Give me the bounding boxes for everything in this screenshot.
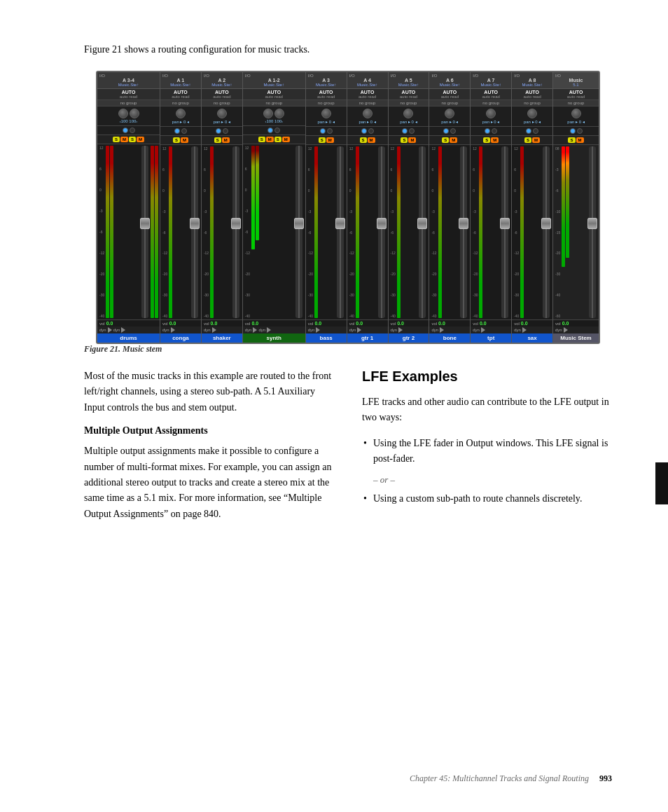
- fader-gtr2[interactable]: [419, 146, 426, 318]
- solo-stem[interactable]: S: [568, 137, 575, 143]
- solo-btn-drums[interactable]: S: [113, 137, 120, 142]
- channel-sax: I/O A 8 Music.Ste↑ AUTO auto read no gro…: [512, 72, 553, 343]
- channel-music-stem: I/O Music 5.1 AUTO auto read no group pa…: [553, 72, 599, 343]
- fader-shaker[interactable]: [232, 146, 239, 318]
- right-tab: [655, 462, 668, 504]
- mute-bass[interactable]: M: [326, 137, 334, 143]
- mute-tpt[interactable]: M: [491, 137, 499, 143]
- or-divider: – or –: [373, 474, 612, 486]
- channel-name-gtr2: gtr 2: [389, 333, 429, 343]
- mute-btn-drums[interactable]: M: [120, 137, 128, 142]
- knob-sax[interactable]: [527, 109, 537, 118]
- solo-btn-drums2[interactable]: S: [129, 137, 136, 142]
- mbar-drums-2: [110, 146, 113, 318]
- knob-bone[interactable]: [445, 109, 454, 118]
- fader-section-synth: 12 6 0 -3 -6 -12 -20 -30 -40: [243, 144, 305, 319]
- mbar-drums-1: [106, 146, 109, 318]
- channel-name-shaker: shaker: [202, 333, 242, 343]
- channel-gtr2: I/O A 5 Music.Ste↑ AUTO auto read no gro…: [389, 72, 430, 343]
- led-2-drums: [130, 128, 135, 133]
- knob-synth-r[interactable]: [274, 109, 284, 118]
- fader-section-gtr2: 12 6 0 -3 -6 -12 -20 -30 -40: [389, 145, 429, 319]
- channel-shaker: I/O A 2 Music.Ste↑ AUTO auto read no gro…: [202, 72, 243, 343]
- fader-gtr1[interactable]: [378, 146, 385, 318]
- mute-synth2[interactable]: M: [282, 137, 290, 142]
- dyn-arrow-drums2: [121, 327, 125, 333]
- fader-stem[interactable]: [589, 146, 596, 318]
- fader-tpt[interactable]: [501, 146, 508, 318]
- fader-drums[interactable]: [141, 146, 148, 318]
- solo-synth2[interactable]: S: [274, 137, 281, 142]
- bullet-list: Using the LFE fader in Output windows. T…: [362, 436, 612, 467]
- knob-drums-l[interactable]: [118, 109, 128, 118]
- knob-tpt[interactable]: [486, 109, 496, 118]
- subheading-multiple-output: Multiple Output Assignments: [84, 425, 334, 436]
- body-text-1: Most of the music tracks in this example…: [84, 369, 334, 415]
- mixer-figure: I/O A 3-4 Music.Ste↑ AUTO auto read no g…: [96, 71, 600, 344]
- knob-stem[interactable]: [571, 109, 581, 118]
- mbar-drums-3: [151, 146, 154, 318]
- channel-bass: I/O A 3 Music.Ste↑ AUTO auto read no gro…: [306, 72, 347, 343]
- fader-conga[interactable]: [191, 146, 198, 318]
- lfe-intro-text: LFE tracks and other audio can contribut…: [362, 394, 612, 426]
- mute-shaker[interactable]: M: [222, 137, 230, 143]
- mute-synth[interactable]: M: [266, 137, 274, 142]
- solo-shaker[interactable]: S: [214, 137, 221, 143]
- channel-name-sax: sax: [512, 333, 552, 343]
- channel-conga: I/O A 1 Music.Ste↑ AUTO auto read no gro…: [160, 72, 202, 343]
- intro-paragraph: Figure 21 shows a routing configuration …: [84, 42, 612, 57]
- channel-drums: I/O A 3-4 Music.Ste↑ AUTO auto read no g…: [97, 72, 160, 343]
- mute-gtr1[interactable]: M: [368, 137, 375, 143]
- solo-gtr1[interactable]: S: [360, 137, 367, 143]
- fader-sax[interactable]: [543, 146, 550, 318]
- channel-name-gtr1: gtr 1: [347, 333, 388, 343]
- channel-name-tpt: tpt: [471, 333, 511, 343]
- footer-page-number: 993: [599, 773, 612, 783]
- mute-sax[interactable]: M: [532, 137, 540, 143]
- knob-bass[interactable]: [321, 109, 331, 118]
- fader-bone[interactable]: [460, 146, 467, 318]
- knob-gtr1[interactable]: [363, 109, 373, 118]
- mixer-channels: I/O A 3-4 Music.Ste↑ AUTO auto read no g…: [97, 72, 599, 343]
- channel-name-drums: drums: [97, 333, 160, 343]
- mbar-drums-4: [155, 146, 158, 318]
- solo-synth[interactable]: S: [258, 137, 265, 142]
- channel-name-bone: bone: [429, 333, 470, 343]
- knob-drums-r[interactable]: [130, 109, 139, 118]
- solo-bone[interactable]: S: [442, 137, 449, 143]
- knob-shaker[interactable]: [217, 109, 227, 118]
- bullet-item-1: Using the LFE fader in Output windows. T…: [362, 436, 612, 467]
- two-col-layout: Most of the music tracks in this example…: [84, 369, 612, 532]
- fader-section-drums: 12 6 0 -3 -6 -12 -20 -30 -40: [97, 144, 160, 319]
- mute-btn-drums2[interactable]: M: [137, 137, 144, 142]
- knob-synth-l[interactable]: [263, 109, 273, 118]
- led-i-conga: [174, 128, 180, 134]
- fader-section-bone: 12 6 0 -3 -6 -12 -20 -30 -40: [429, 145, 470, 319]
- fader-bass[interactable]: [337, 146, 344, 318]
- knob-conga[interactable]: [176, 109, 186, 118]
- left-column: Most of the music tracks in this example…: [84, 369, 334, 532]
- right-column: LFE Examples LFE tracks and other audio …: [362, 369, 612, 532]
- channel-name-stem: Music Stem: [553, 333, 599, 343]
- channel-synth: I/O A 1-2 Music.Ste↑ AUTO auto read no g…: [243, 72, 306, 343]
- mute-bone[interactable]: M: [450, 137, 457, 143]
- solo-conga[interactable]: S: [173, 137, 180, 143]
- mute-stem[interactable]: M: [576, 137, 584, 143]
- bullet-list-2: Using a custom sub-path to route channel…: [362, 491, 612, 507]
- knob-gtr2[interactable]: [403, 109, 413, 118]
- ch-header-drums: I/O A 3-4 Music.Ste↑: [97, 72, 160, 89]
- fader-section-gtr1: 12 6 0 -3 -6 -12 -20 -30 -40: [347, 145, 388, 319]
- mbar-conga: [169, 146, 172, 318]
- figure-caption: Figure 21. Music stem: [84, 344, 612, 355]
- solo-tpt[interactable]: S: [483, 137, 490, 143]
- solo-sax[interactable]: S: [524, 137, 531, 143]
- solo-gtr2[interactable]: S: [401, 137, 408, 143]
- channel-gtr1: I/O A 4 Music.Ste↑ AUTO auto read no gro…: [347, 72, 389, 343]
- page-footer: Chapter 45: Multichannel Tracks and Sign…: [410, 773, 612, 784]
- mute-gtr2[interactable]: M: [408, 137, 416, 143]
- dyn-arrow-drums: [108, 327, 112, 333]
- fader-section-shaker: 12 6 0 -3 -6 -12 -20 -30 -40: [202, 145, 242, 319]
- mute-conga[interactable]: M: [181, 137, 188, 143]
- fader-synth[interactable]: [295, 146, 302, 318]
- solo-bass[interactable]: S: [319, 137, 326, 143]
